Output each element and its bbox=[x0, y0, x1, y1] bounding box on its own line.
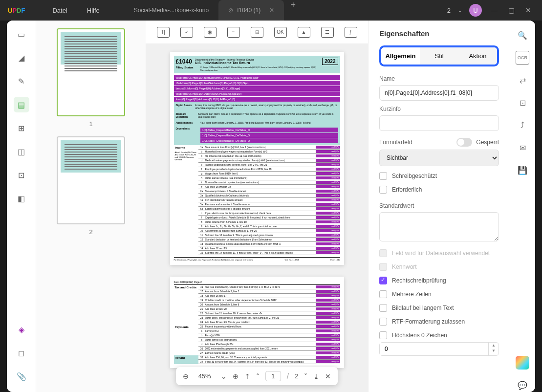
thumb-2[interactable]: 2 bbox=[44, 136, 138, 236]
crop-icon[interactable]: ⊡ bbox=[14, 167, 29, 183]
doc-row: bForm(s) 1099rm[0].Pa bbox=[198, 333, 340, 338]
tab-general[interactable]: Allgemein bbox=[381, 47, 420, 65]
document-page-1[interactable]: ₤1040 Department of the Treasury - Inter… bbox=[170, 52, 344, 265]
stepper-down[interactable]: ▼ bbox=[489, 348, 499, 353]
zoom-level[interactable]: 45% bbox=[195, 372, 215, 380]
tab-action[interactable]: Aktion bbox=[458, 47, 497, 65]
bookmark-icon[interactable]: ◻ bbox=[14, 345, 29, 361]
section-label: Dependents bbox=[176, 127, 200, 144]
next-page-button[interactable]: ˅ bbox=[304, 372, 307, 380]
avatar[interactable]: U bbox=[469, 4, 482, 17]
add-tab-button[interactable]: + bbox=[284, 0, 303, 21]
maxchars-stepper[interactable]: ▲▼ bbox=[379, 342, 499, 356]
thumb-1[interactable]: 1 bbox=[44, 28, 138, 128]
filing-hint: Check only one box. bbox=[200, 69, 338, 71]
button-tool[interactable]: OK bbox=[274, 27, 287, 38]
readonly-checkbox[interactable] bbox=[379, 172, 387, 180]
convert-icon[interactable]: ⇄ bbox=[516, 73, 529, 87]
canvas-scroll[interactable]: ₤1040 Department of the Treasury - Inter… bbox=[146, 44, 368, 392]
close-bar-button[interactable]: ✕ bbox=[325, 372, 331, 380]
document-page-2[interactable]: Form 1040 (2022) Page 2 Tax and Credits … bbox=[170, 277, 344, 368]
redact-icon[interactable]: ◧ bbox=[14, 191, 29, 206]
maximize-button[interactable]: ▢ bbox=[506, 4, 517, 16]
p2-header: Form 1040 (2022) Page 2 bbox=[174, 281, 340, 285]
checkbox-tool[interactable]: ✓ bbox=[180, 27, 193, 38]
formfield-label: Formularfeld bbox=[379, 139, 412, 146]
close-icon[interactable]: × bbox=[269, 6, 274, 15]
field-overlay[interactable]: 1[0].Table_DependTable_DeTable_D bbox=[200, 128, 338, 132]
maxchars-checkbox[interactable] bbox=[379, 331, 387, 339]
field-overlay[interactable]: tSubform[0].Page1[0].fostSubform[0].Page… bbox=[174, 81, 340, 86]
pages-icon[interactable]: ◫ bbox=[14, 144, 29, 159]
doc-row: 16Tax (see instructions). Check if any f… bbox=[198, 285, 340, 289]
tab-active[interactable]: ⊘ f1040 (1) × bbox=[218, 0, 283, 21]
share-icon[interactable]: ⤴ bbox=[516, 118, 529, 132]
tooltip-input[interactable] bbox=[379, 115, 499, 131]
fs-single: Single bbox=[203, 66, 208, 68]
stepper-input[interactable] bbox=[380, 343, 488, 355]
image-tool[interactable]: ▲ bbox=[298, 27, 310, 38]
reader-icon[interactable]: ▭ bbox=[14, 26, 29, 42]
doc-row: 12Standard deduction or itemized deducti… bbox=[198, 238, 340, 242]
spellcheck-checkbox[interactable] bbox=[379, 277, 387, 284]
doc-row: 2aTax-exempt interest b Taxable interest… bbox=[198, 189, 340, 194]
doc-row: 25Federal income tax withheld from:rm[0]… bbox=[198, 325, 340, 329]
minimize-button[interactable]: — bbox=[489, 4, 499, 16]
doc-row: cIf you elect to use the lump-sum electi… bbox=[198, 211, 340, 216]
menu-help[interactable]: Hilfe bbox=[87, 7, 100, 14]
date-tool[interactable]: ☲ bbox=[321, 27, 334, 38]
stepper-up[interactable]: ▲ bbox=[489, 343, 499, 348]
field-overlay-selected[interactable]: bmostSubform[0].Page1[0].Address[0].f1_0… bbox=[174, 86, 340, 91]
zoom-out-button[interactable]: ⊖ bbox=[183, 372, 189, 380]
menubar: Datei Hilfe bbox=[33, 7, 119, 14]
compress-icon[interactable]: ⊡ bbox=[516, 96, 529, 109]
scroll-checkbox[interactable] bbox=[379, 304, 387, 312]
doc-row: 1aTotal amount from Form(s) W-2, box 1 (… bbox=[198, 145, 340, 150]
dropdown-tool[interactable]: ≡ bbox=[227, 27, 240, 38]
search-icon[interactable]: 🔍 bbox=[516, 28, 529, 42]
highlight-icon[interactable]: ◢ bbox=[14, 50, 29, 65]
required-checkbox[interactable] bbox=[379, 186, 387, 194]
props-tabs: Allgemein Stil Aktion bbox=[379, 45, 499, 66]
tab-inactive[interactable]: Social-Media-...rkone-x-kurio bbox=[124, 0, 218, 21]
field-overlay[interactable]: 1[0].Table_DependTable_DeTable_D bbox=[200, 138, 338, 143]
default-input[interactable] bbox=[379, 212, 499, 241]
comment-icon[interactable]: 💬 bbox=[516, 378, 529, 392]
prev-page-button[interactable]: ˄ bbox=[256, 372, 260, 380]
props-title: Eigenschaften bbox=[379, 29, 499, 38]
multiline-checkbox[interactable] bbox=[379, 290, 387, 298]
ai-icon[interactable] bbox=[516, 356, 529, 370]
first-page-button[interactable]: ⤒ bbox=[244, 372, 250, 380]
edit-icon[interactable]: ✎ bbox=[14, 73, 29, 89]
menu-file[interactable]: Datei bbox=[52, 7, 67, 14]
chevron-down-icon[interactable]: ⌄ bbox=[457, 7, 462, 14]
layers-icon[interactable]: ◈ bbox=[14, 322, 29, 337]
zoom-in-button[interactable]: ⊕ bbox=[233, 372, 238, 380]
close-button[interactable]: ✕ bbox=[523, 4, 533, 16]
last-page-button[interactable]: ⤓ bbox=[313, 372, 319, 380]
name-input[interactable] bbox=[379, 85, 499, 101]
textfield-tool[interactable]: T| bbox=[157, 27, 170, 38]
field-overlay[interactable]: 1[0].Table_DependTable_DeTable_D bbox=[200, 133, 338, 138]
page-input[interactable] bbox=[265, 371, 281, 381]
organize-icon[interactable]: ⊞ bbox=[14, 120, 29, 136]
attachment-icon[interactable]: 📎 bbox=[14, 369, 29, 384]
zoom-dropdown[interactable]: ⌄ bbox=[221, 372, 227, 380]
field-overlay[interactable]: form[0].Page1[0].Address[0].f1[0].AdPage… bbox=[174, 97, 340, 102]
visibility-select[interactable]: Sichtbar bbox=[379, 150, 499, 166]
maxchars-label: Höchstens 0 Zeichen bbox=[392, 332, 447, 339]
listbox-tool[interactable]: ⊟ bbox=[251, 27, 263, 38]
save-icon[interactable]: 💾 bbox=[516, 163, 529, 177]
signature-tool[interactable]: ƒ bbox=[345, 27, 357, 38]
form-icon[interactable]: ▤ bbox=[14, 97, 29, 112]
email-icon[interactable]: ✉ bbox=[516, 141, 529, 154]
field-overlay[interactable]: tSubform[0].Page1[0].fostSubform[0].Page… bbox=[174, 75, 340, 80]
tab-style[interactable]: Stil bbox=[420, 47, 458, 65]
radio-tool[interactable]: ◉ bbox=[204, 27, 217, 38]
ocr-icon[interactable]: OCR bbox=[516, 51, 529, 65]
locked-toggle[interactable] bbox=[456, 138, 472, 147]
tooltip-label: Kurzinfo bbox=[379, 106, 499, 112]
app-logo: UPDF bbox=[0, 7, 33, 14]
field-overlay[interactable]: tSubform[0].Page1[0].Address[0].Page1[0]… bbox=[174, 91, 340, 96]
rtf-checkbox[interactable] bbox=[379, 318, 387, 326]
